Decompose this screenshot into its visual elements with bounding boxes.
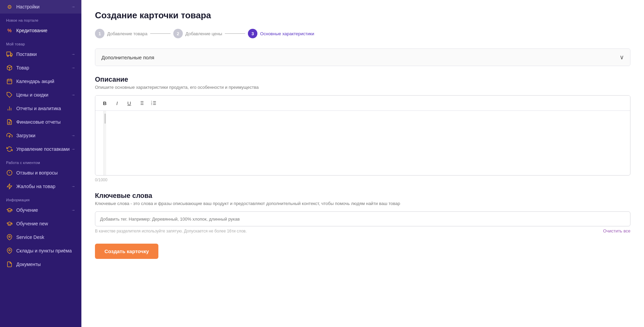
arrow-icon: → xyxy=(71,93,75,97)
sidebar-item-label: Поставки xyxy=(16,52,37,57)
sidebar-item-fin-otchety[interactable]: Финансовые отчеты xyxy=(0,115,81,129)
sidebar-item-label: Документы xyxy=(16,262,41,267)
keywords-section: Ключевые слова Ключевые слова - это слов… xyxy=(95,192,630,233)
sync-icon xyxy=(6,146,13,152)
arrow-icon: → xyxy=(71,147,75,151)
document-icon xyxy=(6,261,13,268)
char-count: 0/1000 xyxy=(95,178,630,182)
step-1-circle: 1 xyxy=(95,29,104,38)
sidebar-item-label: Service Desk xyxy=(16,234,44,240)
sidebar-item-label: Жалобы на товар xyxy=(16,184,55,189)
keywords-input[interactable] xyxy=(100,217,625,222)
step-3-circle: 3 xyxy=(248,29,257,38)
sidebar-item-label: Календарь акций xyxy=(16,79,54,84)
sidebar-item-label: Товар xyxy=(16,65,29,70)
sidebar-item-zhaloby[interactable]: Жалобы на товар → xyxy=(0,180,81,193)
sidebar-item-label: Настройки xyxy=(16,4,40,9)
sidebar-item-sklady[interactable]: Склады и пункты приёма xyxy=(0,244,81,258)
sidebar-item-nastrojki[interactable]: ⚙ Настройки → xyxy=(0,0,81,14)
truck-icon xyxy=(6,51,13,58)
keywords-hint: В качестве разделителя используйте запят… xyxy=(95,229,247,233)
sidebar-item-label: Финансовые отчеты xyxy=(16,119,61,125)
sidebar-item-obuchenie[interactable]: Обучение → xyxy=(0,203,81,217)
svg-point-19 xyxy=(9,236,11,238)
svg-point-20 xyxy=(9,249,11,251)
upload-icon xyxy=(6,132,13,139)
description-title: Описание xyxy=(95,76,630,83)
step-3-label: Основные характеристики xyxy=(260,31,314,36)
sidebar-item-otzyvy[interactable]: Отзывы и вопросы xyxy=(0,166,81,180)
sidebar-section-mytov: Мой товар xyxy=(0,37,81,47)
sidebar-item-kalendar[interactable]: Календарь акций xyxy=(0,75,81,88)
sidebar-item-otchety[interactable]: Отчеты и аналитика xyxy=(0,102,81,115)
page-title: Создание карточки товара xyxy=(95,10,630,21)
gear-icon: ⚙ xyxy=(6,3,13,10)
keywords-input-container xyxy=(95,211,630,226)
italic-button[interactable]: I xyxy=(112,98,122,108)
underline-button[interactable]: U xyxy=(124,98,135,108)
step-2-label: Добавление цены xyxy=(186,31,222,36)
keywords-title: Ключевые слова xyxy=(95,192,630,200)
sidebar-item-tseny[interactable]: Цены и скидки → xyxy=(0,88,81,102)
sidebar-item-upravlenie[interactable]: Управление поставками → xyxy=(0,142,81,156)
arrow-icon: → xyxy=(71,52,75,57)
sidebar-section-new: Новое на портале xyxy=(0,14,81,24)
box-icon xyxy=(6,64,13,71)
svg-text:3.: 3. xyxy=(151,104,153,105)
sidebar-item-service-desk[interactable]: Service Desk xyxy=(0,230,81,244)
graduation-icon xyxy=(6,207,13,213)
bold-button[interactable]: B xyxy=(99,98,110,108)
sidebar-item-label: Загрузки xyxy=(16,133,35,138)
accordion-label: Дополнительные поля xyxy=(101,55,154,60)
sidebar-item-postavki[interactable]: Поставки → xyxy=(0,47,81,61)
arrow-icon: → xyxy=(71,133,75,138)
accordion-header[interactable]: Дополнительные поля ∨ xyxy=(95,49,630,66)
chevron-down-icon: ∨ xyxy=(620,54,624,61)
sidebar-item-zagruzki[interactable]: Загрузки → xyxy=(0,129,81,142)
svg-marker-18 xyxy=(7,184,12,189)
step-2: 2 Добавление цены xyxy=(173,29,222,38)
arrow-icon: → xyxy=(71,4,75,9)
keywords-hint-row: В качестве разделителя используйте запят… xyxy=(95,228,630,233)
clear-all-button[interactable]: Очистить все xyxy=(603,228,630,233)
sidebar-item-label: Обучение new xyxy=(16,221,48,226)
arrow-icon: → xyxy=(71,65,75,70)
unordered-list-button[interactable] xyxy=(136,98,147,108)
bolt-icon xyxy=(6,183,13,190)
sidebar-item-tovar[interactable]: Товар → xyxy=(0,61,81,75)
create-card-button[interactable]: Создать карточку xyxy=(95,244,158,259)
sidebar-section-info: Информация xyxy=(0,193,81,203)
description-editor: B I U 1.2.3. xyxy=(95,95,630,176)
description-section: Описание Опишите основные характеристики… xyxy=(95,76,630,182)
graduation2-icon xyxy=(6,220,13,227)
sidebar-item-kreditovanie[interactable]: % Кредитование xyxy=(0,24,81,37)
ordered-list-button[interactable]: 1.2.3. xyxy=(148,98,159,108)
tag-icon xyxy=(6,91,13,98)
sidebar-item-label: Цены и скидки xyxy=(16,92,48,98)
calendar-icon xyxy=(6,78,13,85)
svg-rect-4 xyxy=(7,79,12,84)
accordion-additional-fields: Дополнительные поля ∨ xyxy=(95,48,630,66)
sidebar-section-rabota: Работа с клиентом xyxy=(0,156,81,166)
description-input[interactable] xyxy=(95,111,103,175)
sidebar-item-label: Обучение xyxy=(16,207,38,213)
step-divider-1 xyxy=(150,33,171,34)
sidebar-item-label: Отзывы и вопросы xyxy=(16,170,58,176)
svg-rect-0 xyxy=(7,52,11,55)
svg-point-1 xyxy=(7,55,8,57)
description-subtitle: Опишите основные характеристики продукта… xyxy=(95,85,630,90)
receipt-icon xyxy=(6,119,13,125)
sidebar-item-label: Отчеты и аналитика xyxy=(16,106,61,111)
sidebar-item-dokumenty[interactable]: Документы xyxy=(0,258,81,271)
keywords-subtitle: Ключевые слова - это слова и фразы описы… xyxy=(95,201,630,206)
editor-toolbar: B I U 1.2.3. xyxy=(95,96,630,111)
svg-point-2 xyxy=(11,55,12,57)
sidebar-item-obuchenie-new[interactable]: Обучение new xyxy=(0,217,81,230)
step-2-circle: 2 xyxy=(173,29,183,38)
stepper: 1 Добавление товара 2 Добавление цены 3 … xyxy=(95,29,630,38)
main-content: Создание карточки товара 1 Добавление то… xyxy=(81,0,644,327)
pin-icon xyxy=(6,234,13,241)
sidebar-item-label: Склады и пункты приёма xyxy=(16,248,72,253)
step-1-label: Добавление товара xyxy=(107,31,148,36)
arrow-icon: → xyxy=(71,208,75,212)
